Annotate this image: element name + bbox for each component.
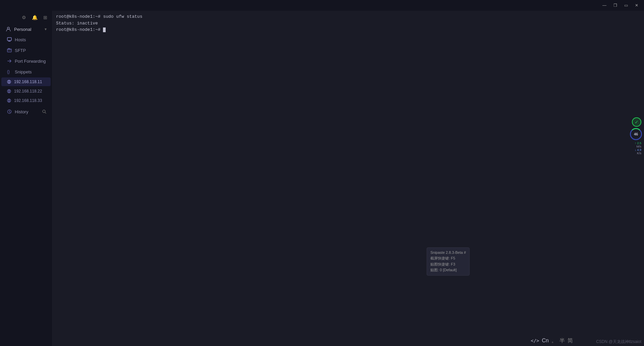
connection-label-2: 192.168.118.22 [14,89,42,94]
svg-rect-4 [7,49,11,52]
net-upload-label: ↑ 2.5 [635,141,641,145]
personal-icon [5,26,11,32]
connection-status-widget: ✓ [632,117,641,127]
csdn-watermark: CSDN @天龙战神tlzsaiot [596,339,641,345]
terminal-area[interactable]: root@k8s-node1:~# sudo ufw status Status… [52,11,644,346]
svg-text:{}: {} [7,69,10,74]
connection-icon-3 [7,98,11,103]
close-button[interactable]: ✕ [632,2,641,9]
hosts-icon [7,37,12,42]
net-download-label: ↓ 4.9 [635,148,641,152]
svg-point-0 [7,27,9,29]
history-icon [7,109,12,114]
history-search-button[interactable] [41,108,48,115]
new-tab-icon[interactable]: ⊞ [41,13,49,21]
snippets-label: Snippets [15,69,32,74]
hosts-label: Hosts [15,37,26,42]
cpu-widget: 46 [630,128,642,140]
terminal-line-1: root@k8s-node1:~# sudo ufw status [56,13,640,20]
connection-icon-2 [7,89,11,94]
network-widget: ↑ 2.5 M/s ↓ 4.9 K/s [635,141,641,155]
snipaste-count: 贴图: 0 [Default] [430,267,466,273]
sftp-label: SFTP [15,48,26,53]
connection-item-3[interactable]: 192.168.118.33 [1,96,51,105]
connection-item-2[interactable]: 192.168.118.22 [1,87,51,96]
history-label: History [15,109,28,114]
main-layout: ⚙ 🔔 ⊞ Personal ▾ [0,11,644,346]
port-forwarding-label: Port Forwarding [15,59,46,64]
terminal-line-2: Status: inactive [56,20,640,27]
sidebar-top-icons: ⚙ 🔔 ⊞ [0,12,52,23]
bell-icon[interactable]: 🔔 [31,13,39,21]
sidebar-item-snippets[interactable]: {} Snippets [1,67,51,77]
snipaste-title: Snipaste 2.8.3-Beta # [430,250,466,256]
sftp-icon [7,48,12,53]
sidebar-item-hosts[interactable]: Hosts [1,35,51,45]
system-widgets: ✓ 46 ↑ 2.5 M/s ↓ 4.9 K/s [630,117,644,155]
settings-icon[interactable]: ⚙ [20,13,28,21]
snipaste-tooltip: Snipaste 2.8.3-Beta # 截屏快捷键: F5 贴图快捷键: F… [427,247,470,276]
terminal-cursor [103,27,106,32]
personal-label: Personal [14,27,31,32]
svg-rect-1 [7,38,11,41]
connection-label-3: 192.168.118.33 [14,98,42,103]
snipaste-shortcut1: 截屏快捷键: F5 [430,255,466,262]
net-upload-unit: M/s [637,145,642,148]
maximize-button[interactable]: ▭ [621,2,631,9]
svg-line-17 [45,112,46,113]
ime-bar: </> Cn 。 半 简 [527,335,577,346]
snipaste-shortcut2: 贴图快捷键: F3 [430,262,466,268]
ime-code-symbol: </> [531,338,539,343]
snippets-icon: {} [7,69,12,74]
chevron-down-icon: ▾ [45,27,47,32]
ime-half: 半 [559,337,565,344]
personal-header[interactable]: Personal ▾ [1,24,51,34]
ime-dot: 。 [551,337,557,344]
net-download-unit: K/s [637,152,641,155]
connection-icon-1 [7,79,11,84]
terminal-line-3: root@k8s-node1:~# [56,26,640,33]
sidebar: ⚙ 🔔 ⊞ Personal ▾ [0,11,52,346]
restore-button[interactable]: ❐ [610,2,620,9]
connection-item-1[interactable]: 192.168.118.11 [1,77,51,86]
ime-simple: 简 [568,337,573,344]
port-forwarding-icon [7,58,12,64]
ime-lang: Cn [542,338,549,344]
minimize-button[interactable]: — [600,2,609,9]
sidebar-item-port-forwarding[interactable]: Port Forwarding [1,56,51,66]
window-controls: — ❐ ▭ ✕ [600,2,641,9]
sidebar-item-history[interactable]: History [1,106,51,118]
connection-label-1: 192.168.118.11 [14,79,42,84]
titlebar: — ❐ ▭ ✕ [0,0,644,11]
personal-header-left: Personal [5,26,31,32]
history-left: History [7,109,28,114]
sidebar-item-sftp[interactable]: SFTP [1,45,51,55]
